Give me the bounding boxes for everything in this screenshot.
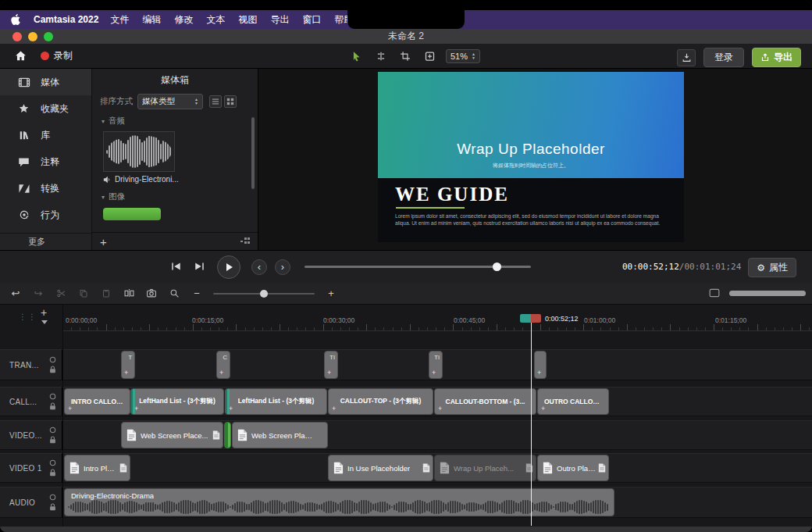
callout-clip[interactable]: +CALLOUT-BOTTOM - (3...: [434, 388, 536, 415]
cut-icon[interactable]: [55, 287, 67, 300]
callout-clip[interactable]: +CALLOUT-TOP - (3个剪辑): [328, 388, 433, 415]
media-clip[interactable]: Wrap Up Placeh...: [434, 455, 536, 481]
grip-icon[interactable]: ⋮⋮: [19, 312, 37, 321]
media-clip[interactable]: Intro Placeh...: [64, 455, 130, 481]
track-lock-icon[interactable]: [49, 503, 56, 511]
media-clip[interactable]: Web Screen Place...: [121, 422, 223, 448]
audio-thumbnail[interactable]: [103, 131, 175, 172]
track-toggle-icon[interactable]: [49, 393, 56, 400]
transition-clip[interactable]: +: [534, 351, 547, 379]
transition-clip[interactable]: T+: [121, 351, 135, 379]
out-point-handle[interactable]: [531, 314, 542, 323]
app-menu-title[interactable]: Camtasia 2022: [34, 14, 98, 25]
media-list-scrollbar[interactable]: [251, 117, 255, 189]
menu-item[interactable]: 文件: [110, 13, 129, 27]
media-clip[interactable]: Web Screen Place...: [232, 422, 328, 448]
callout-clip[interactable]: +INTRO CALLOUT: [64, 388, 130, 415]
sort-by-select[interactable]: 媒体类型 ▲▼: [137, 94, 203, 109]
track-toggle-icon[interactable]: [49, 494, 56, 501]
media-clip[interactable]: Outro Plac...: [537, 455, 609, 481]
sidebar-item-more[interactable]: 更多: [0, 233, 91, 250]
transition-clip[interactable]: TI+: [429, 351, 443, 379]
scrubber-slider[interactable]: [304, 266, 531, 268]
detach-timeline-icon[interactable]: [709, 288, 720, 298]
audio-clip[interactable]: Driving-Electronic-Drama: [64, 488, 614, 516]
login-button[interactable]: 登录: [703, 48, 744, 67]
track-toggle-icon[interactable]: [49, 356, 56, 363]
in-point-handle[interactable]: [520, 314, 531, 323]
media-clip[interactable]: In Use Placeholder: [328, 455, 433, 481]
cursor-tool-icon[interactable]: [349, 48, 365, 65]
menu-item[interactable]: 文本: [206, 13, 225, 27]
callout-clip[interactable]: +LeftHand List - (3个剪辑): [225, 388, 327, 415]
track-header[interactable]: AUDIO: [0, 487, 62, 518]
track-lock-icon[interactable]: [49, 436, 56, 444]
audio-section-header[interactable]: ▾ 音频: [102, 116, 250, 127]
media-item-audio[interactable]: Driving-Electroni...: [103, 175, 250, 184]
track-header[interactable]: VIDEO 1: [0, 453, 62, 483]
menu-item[interactable]: 修改: [174, 13, 193, 27]
zoom-in-icon[interactable]: +: [325, 287, 337, 300]
trim-tool-icon[interactable]: [373, 48, 389, 65]
transition-clip[interactable]: C+: [216, 351, 230, 379]
sidebar-item-annotations[interactable]: 注释: [0, 148, 91, 175]
stitch-marker[interactable]: [224, 422, 231, 448]
redo-icon[interactable]: ↪: [32, 287, 45, 300]
jump-forward-button[interactable]: ›: [275, 259, 290, 275]
track-header[interactable]: CALL...: [0, 387, 62, 416]
play-button[interactable]: [217, 255, 240, 279]
timeline-zoom-slider[interactable]: [213, 293, 315, 295]
add-media-icon[interactable]: +: [100, 236, 107, 248]
canvas-zoom-select[interactable]: 51% ▲▼: [446, 49, 480, 63]
canvas-area[interactable]: Wrap Up Placeholder 将媒体拖到时间轴的占位符上。 WE GU…: [258, 69, 812, 250]
menu-item[interactable]: 窗口: [302, 13, 321, 27]
pan-tool-icon[interactable]: [422, 48, 437, 65]
sidebar-item-favorites[interactable]: 收藏夹: [0, 95, 91, 122]
track-lock-icon[interactable]: [49, 366, 56, 373]
menu-item[interactable]: 导出: [270, 13, 289, 27]
zoom-search-icon[interactable]: [168, 287, 180, 300]
playhead-handle[interactable]: [520, 314, 541, 323]
sidebar-item-media[interactable]: 媒体: [0, 69, 91, 95]
properties-button[interactable]: ⚙ 属性: [748, 258, 796, 277]
copy-icon[interactable]: [77, 287, 90, 300]
minimize-window-button[interactable]: [28, 32, 37, 41]
sidebar-item-library[interactable]: 库: [0, 122, 91, 148]
home-icon[interactable]: [14, 49, 27, 62]
callout-clip[interactable]: +OUTRO CALLOU...: [537, 388, 609, 415]
list-view-icon[interactable]: [209, 95, 222, 108]
track-lock-icon[interactable]: [49, 469, 56, 477]
track-lock-icon[interactable]: [49, 402, 56, 410]
add-track-icon[interactable]: +: [41, 306, 47, 319]
crop-tool-icon[interactable]: [397, 48, 413, 65]
track-lane[interactable]: Driving-Electronic-Drama: [63, 487, 812, 518]
sidebar-item-transitions[interactable]: 转换: [0, 175, 91, 202]
track-header[interactable]: TRAN...: [0, 349, 62, 380]
image-thumbnail[interactable]: [103, 208, 161, 220]
apple-menu[interactable]: [11, 14, 20, 25]
zoom-out-icon[interactable]: −: [191, 287, 203, 300]
timeline-zoom-thumb[interactable]: [260, 290, 268, 298]
track-toggle-icon[interactable]: [49, 459, 56, 466]
video-preview[interactable]: Wrap Up Placeholder 将媒体拖到时间轴的占位符上。 WE GU…: [378, 72, 684, 242]
zoom-window-button[interactable]: [44, 32, 53, 41]
close-window-button[interactable]: [12, 32, 22, 41]
menu-item[interactable]: 编辑: [142, 13, 161, 27]
split-icon[interactable]: [123, 287, 135, 300]
thumbnail-size-icon[interactable]: [240, 237, 250, 246]
track-lane[interactable]: T+C+TI+TI++: [63, 349, 812, 380]
next-frame-icon[interactable]: [194, 261, 205, 272]
track-lane[interactable]: Intro Placeh...In Use PlaceholderWrap Up…: [63, 453, 812, 483]
paste-icon[interactable]: [100, 287, 112, 300]
timeline-horizontal-scrollbar[interactable]: [729, 291, 806, 296]
image-section-header[interactable]: ▾ 图像: [102, 191, 250, 202]
record-button[interactable]: 录制: [41, 49, 73, 62]
sidebar-item-behaviors[interactable]: 行为: [0, 202, 91, 228]
track-lane[interactable]: Web Screen Place...Web Screen Place...: [63, 420, 812, 450]
download-icon[interactable]: [677, 49, 696, 66]
track-header[interactable]: VIDEO...: [0, 420, 62, 450]
grid-view-icon[interactable]: [224, 95, 237, 108]
jump-back-button[interactable]: ‹: [251, 259, 267, 275]
screenshot-icon[interactable]: [145, 287, 158, 300]
collapse-tracks-icon[interactable]: [41, 320, 48, 324]
